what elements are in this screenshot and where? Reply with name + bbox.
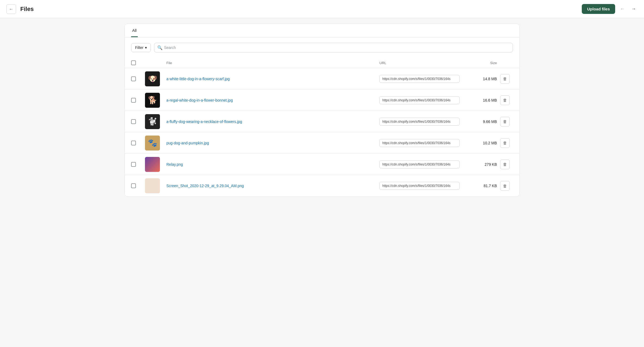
row-5-url-cell	[379, 182, 465, 190]
tabs-bar: All	[125, 24, 519, 37]
row-3-delete-cell: 🗑	[497, 138, 513, 148]
back-button[interactable]: ←	[6, 4, 16, 14]
row-0-file-link[interactable]: a-white-little-dog-in-a-flowery-scarf.jp…	[166, 77, 230, 81]
filter-label: Filter	[135, 45, 143, 50]
toolbar: Filter ▾ 🔍	[125, 37, 519, 58]
row-2-file-link[interactable]: a-fluffy-dog-wearing-a-necklace-of-flowe…	[166, 119, 242, 124]
column-url: URL	[379, 61, 465, 65]
filter-chevron-icon: ▾	[145, 45, 147, 50]
table-row: 🐶a-white-little-dog-in-a-flowery-scarf.j…	[125, 68, 519, 90]
row-1-url-cell	[379, 96, 465, 104]
row-4-url-cell	[379, 160, 465, 168]
select-all-checkbox[interactable]	[131, 60, 136, 65]
row-2-thumbnail: 🐩	[145, 114, 160, 129]
row-4-size: 279 KB	[465, 162, 497, 167]
row-2-checkbox[interactable]	[131, 119, 136, 124]
row-4-checkbox-cell	[131, 162, 145, 167]
row-5-thumb-cell	[145, 178, 166, 193]
column-size: Size	[465, 61, 497, 65]
row-2-thumb-cell: 🐩	[145, 114, 166, 129]
row-4-thumb-cell	[145, 157, 166, 172]
row-0-thumbnail: 🐶	[145, 71, 160, 86]
row-0-delete-button[interactable]: 🗑	[500, 74, 510, 84]
search-input[interactable]	[154, 43, 513, 52]
row-5-checkbox-cell	[131, 183, 145, 188]
table-row: 🐕a-regal-white-dog-in-a-flower-bonnet.jp…	[125, 90, 519, 111]
top-bar-right: Upload files ← →	[582, 4, 638, 14]
row-1-url-input[interactable]	[379, 96, 460, 104]
table-row: 🐩a-fluffy-dog-wearing-a-necklace-of-flow…	[125, 111, 519, 132]
row-2-url-input[interactable]	[379, 118, 460, 126]
row-0-url-input[interactable]	[379, 75, 460, 83]
nav-forward-button[interactable]: →	[630, 5, 638, 13]
row-3-url-cell	[379, 139, 465, 147]
row-0-checkbox-cell	[131, 76, 145, 81]
row-5-delete-cell: 🗑	[497, 181, 513, 191]
row-3-checkbox-cell	[131, 141, 145, 145]
row-2-delete-button[interactable]: 🗑	[500, 117, 510, 126]
row-0-url-cell	[379, 75, 465, 83]
header-checkbox-cell	[131, 60, 145, 65]
row-5-file-name: Screen_Shot_2020-12-29_at_9.29.04_AM.png	[166, 183, 379, 188]
table-row: 🐾pug-dog-and-pumpkin.jpg10.2 MB🗑	[125, 132, 519, 154]
main-content: All Filter ▾ 🔍 File URL Size 🐶a-white-li…	[124, 24, 520, 197]
row-1-delete-cell: 🗑	[497, 95, 513, 105]
row-4-delete-cell: 🗑	[497, 160, 513, 169]
row-3-url-input[interactable]	[379, 139, 460, 147]
row-3-thumb-cell: 🐾	[145, 136, 166, 151]
row-5-file-link[interactable]: Screen_Shot_2020-12-29_at_9.29.04_AM.png	[166, 184, 244, 188]
row-0-file-name: a-white-little-dog-in-a-flowery-scarf.jp…	[166, 76, 379, 81]
row-0-size: 14.8 MB	[465, 77, 497, 81]
row-3-delete-button[interactable]: 🗑	[500, 138, 510, 148]
row-5-thumbnail	[145, 178, 160, 193]
back-icon: ←	[9, 7, 13, 11]
row-2-size: 9.66 MB	[465, 119, 497, 124]
row-3-file-name: pug-dog-and-pumpkin.jpg	[166, 141, 379, 145]
top-bar-left: ← Files	[6, 4, 34, 14]
top-bar: ← Files Upload files ← →	[0, 0, 644, 18]
tab-all[interactable]: All	[131, 24, 138, 37]
table-header: File URL Size	[125, 58, 519, 68]
row-1-size: 16.6 MB	[465, 98, 497, 102]
column-file: File	[166, 61, 379, 65]
row-1-thumb-cell: 🐕	[145, 93, 166, 108]
row-3-checkbox[interactable]	[131, 141, 136, 145]
nav-back-button[interactable]: ←	[618, 5, 626, 13]
search-wrapper: 🔍	[154, 43, 513, 52]
row-1-checkbox-cell	[131, 98, 145, 103]
row-1-delete-button[interactable]: 🗑	[500, 95, 510, 105]
row-4-url-input[interactable]	[379, 160, 460, 168]
row-4-file-link[interactable]: Relay.png	[166, 162, 183, 167]
row-3-thumbnail: 🐾	[145, 136, 160, 151]
filter-button[interactable]: Filter ▾	[131, 43, 151, 52]
row-2-checkbox-cell	[131, 119, 145, 124]
row-4-checkbox[interactable]	[131, 162, 136, 167]
row-5-checkbox[interactable]	[131, 183, 136, 188]
row-5-url-input[interactable]	[379, 182, 460, 190]
row-3-file-link[interactable]: pug-dog-and-pumpkin.jpg	[166, 141, 209, 145]
table-row: Relay.png279 KB🗑	[125, 154, 519, 175]
row-0-thumb-cell: 🐶	[145, 71, 166, 86]
table-body: 🐶a-white-little-dog-in-a-flowery-scarf.j…	[125, 68, 519, 196]
row-2-delete-cell: 🗑	[497, 117, 513, 126]
row-5-delete-button[interactable]: 🗑	[500, 181, 510, 191]
upload-files-button[interactable]: Upload files	[582, 4, 615, 14]
page-title: Files	[20, 6, 34, 13]
row-1-file-name: a-regal-white-dog-in-a-flower-bonnet.jpg	[166, 98, 379, 103]
row-1-checkbox[interactable]	[131, 98, 136, 103]
row-2-file-name: a-fluffy-dog-wearing-a-necklace-of-flowe…	[166, 119, 379, 124]
row-0-delete-cell: 🗑	[497, 74, 513, 84]
row-2-url-cell	[379, 118, 465, 126]
row-1-file-link[interactable]: a-regal-white-dog-in-a-flower-bonnet.jpg	[166, 98, 233, 102]
row-4-file-name: Relay.png	[166, 162, 379, 167]
row-4-thumbnail	[145, 157, 160, 172]
row-5-size: 81.7 KB	[465, 184, 497, 188]
row-0-checkbox[interactable]	[131, 76, 136, 81]
row-4-delete-button[interactable]: 🗑	[500, 160, 510, 169]
row-3-size: 10.2 MB	[465, 141, 497, 145]
row-1-thumbnail: 🐕	[145, 93, 160, 108]
table-row: Screen_Shot_2020-12-29_at_9.29.04_AM.png…	[125, 175, 519, 196]
search-icon: 🔍	[157, 45, 163, 50]
